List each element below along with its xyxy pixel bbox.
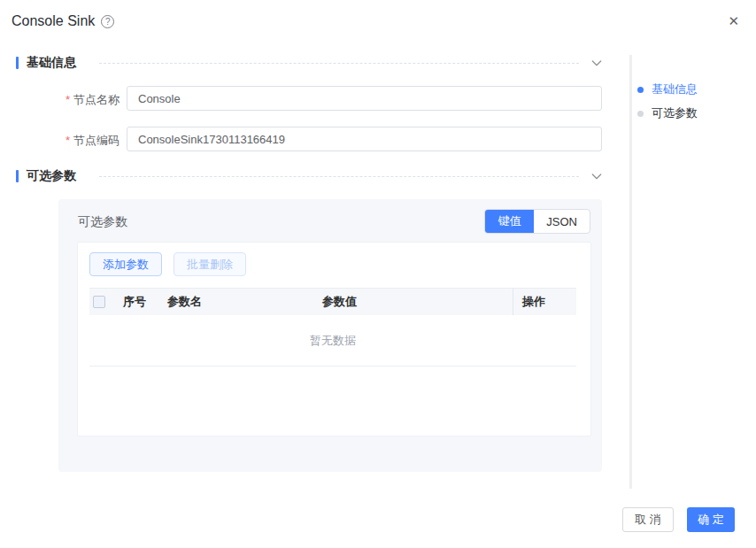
anchor-dot-active (637, 87, 644, 93)
node-name-input[interactable] (127, 86, 602, 111)
node-code-label: *节点编码 (16, 133, 120, 149)
toggle-key-value[interactable]: 键值 (485, 210, 534, 233)
dialog-title: Console Sink (12, 13, 95, 29)
section-basic-info: 基础信息 (16, 55, 604, 71)
params-table-header: 序号 参数名 参数值 操作 (89, 288, 576, 315)
section-optional-title: 可选参数 (27, 168, 76, 184)
section-basic-title: 基础信息 (27, 55, 76, 71)
anchor-basic-info[interactable]: 基础信息 (637, 81, 698, 97)
section-divider (99, 176, 579, 177)
console-sink-dialog: Console Sink ? ✕ 基础信息 *节点名称 *节点编码 可选参数 可… (0, 0, 756, 548)
view-mode-toggle: 键值 JSON (484, 209, 590, 234)
empty-state: 暂无数据 (89, 315, 576, 367)
add-param-button[interactable]: 添加参数 (89, 252, 162, 276)
section-optional-params: 可选参数 (16, 168, 604, 184)
optional-params-panel: 可选参数 键值 JSON 添加参数 批量删除 序号 参数名 参数值 操作 (58, 199, 602, 472)
section-accent-bar (16, 170, 19, 182)
params-card: 添加参数 批量删除 序号 参数名 参数值 操作 暂无数据 (77, 242, 591, 436)
cancel-button[interactable]: 取 消 (622, 507, 674, 532)
select-all-checkbox[interactable] (93, 296, 105, 308)
column-param-value: 参数值 (322, 294, 513, 310)
section-divider (99, 63, 579, 64)
required-mark: * (66, 93, 70, 106)
anchor-optional-params[interactable]: 可选参数 (637, 105, 698, 121)
batch-delete-button[interactable]: 批量删除 (174, 252, 246, 276)
anchor-optional-label: 可选参数 (652, 105, 698, 121)
required-mark: * (66, 134, 70, 147)
section-accent-bar (16, 57, 19, 69)
select-all-cell (89, 296, 123, 308)
anchor-nav-rail (629, 55, 632, 489)
node-name-label: *节点名称 (16, 92, 120, 108)
close-icon[interactable]: ✕ (728, 14, 739, 27)
help-icon[interactable]: ? (101, 15, 114, 28)
chevron-down-icon (590, 56, 604, 70)
toggle-json[interactable]: JSON (534, 210, 590, 233)
node-code-input[interactable] (127, 127, 602, 151)
anchor-dot-inactive (637, 111, 644, 117)
column-actions: 操作 (513, 289, 576, 315)
dialog-header: Console Sink ? (12, 13, 114, 29)
optional-params-label: 可选参数 (78, 214, 127, 230)
column-param-name: 参数名 (167, 294, 322, 310)
column-index: 序号 (123, 294, 167, 310)
chevron-down-icon (590, 169, 604, 183)
anchor-basic-label: 基础信息 (652, 81, 698, 97)
collapse-optional-button[interactable] (590, 169, 604, 183)
params-table: 序号 参数名 参数值 操作 暂无数据 (89, 288, 576, 367)
params-toolbar: 添加参数 批量删除 (89, 252, 246, 276)
confirm-button[interactable]: 确 定 (687, 507, 735, 532)
collapse-basic-button[interactable] (590, 56, 604, 70)
